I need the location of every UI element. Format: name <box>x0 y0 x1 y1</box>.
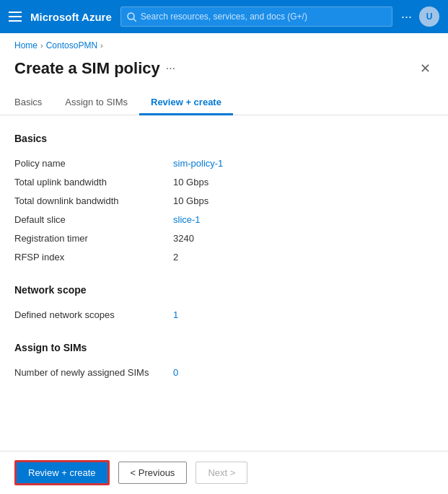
section-assign-sims: Assign to SIMs Number of newly assigned … <box>14 342 434 382</box>
rfsp-value: 2 <box>173 252 178 263</box>
downlink-label: Total downlink bandwidth <box>14 195 173 206</box>
table-row: Registration timer 3240 <box>14 229 434 248</box>
defined-network-label: Defined network scopes <box>14 309 173 320</box>
tab-assign-to-sims[interactable]: Assign to SIMs <box>53 91 139 115</box>
svg-rect-2 <box>9 20 22 22</box>
next-button[interactable]: Next > <box>196 462 247 484</box>
table-row: RFSP index 2 <box>14 248 434 267</box>
section-basics: Basics Policy name sim-policy-1 Total up… <box>14 133 434 267</box>
table-row: Total uplink bandwidth 10 Gbps <box>14 173 434 192</box>
svg-rect-1 <box>9 16 22 17</box>
table-row: Number of newly assigned SIMs 0 <box>14 363 434 382</box>
default-slice-label: Default slice <box>14 214 173 225</box>
breadcrumb: Home › ContosoPMN › <box>0 33 448 55</box>
page-title-menu-icon[interactable]: ··· <box>166 62 175 75</box>
search-input[interactable] <box>141 12 386 22</box>
uplink-value: 10 Gbps <box>173 177 208 188</box>
registration-timer-value: 3240 <box>173 233 194 244</box>
page-header: Create a SIM policy ··· ✕ <box>0 55 448 79</box>
breadcrumb-home[interactable]: Home <box>14 40 38 50</box>
hamburger-icon[interactable] <box>9 12 22 22</box>
avatar[interactable]: U <box>419 6 439 27</box>
svg-line-4 <box>133 19 136 22</box>
section-network-scope: Network scope Defined network scopes 1 <box>14 284 434 325</box>
table-row: Policy name sim-policy-1 <box>14 154 434 173</box>
basics-table: Policy name sim-policy-1 Total uplink ba… <box>14 154 434 267</box>
network-scope-table: Defined network scopes 1 <box>14 306 434 325</box>
breadcrumb-sep-2: › <box>100 41 103 50</box>
table-row: Defined network scopes 1 <box>14 306 434 325</box>
policy-name-value[interactable]: sim-policy-1 <box>173 158 223 169</box>
section-basics-title: Basics <box>14 133 434 144</box>
table-row: Default slice slice-1 <box>14 211 434 229</box>
review-create-button[interactable]: Review + create <box>14 460 110 485</box>
default-slice-value[interactable]: slice-1 <box>173 214 201 225</box>
newly-assigned-label: Number of newly assigned SIMs <box>14 367 173 378</box>
svg-rect-0 <box>9 12 22 13</box>
footer-bar: Review + create < Previous Next > <box>0 451 448 494</box>
search-icon <box>127 12 136 22</box>
uplink-label: Total uplink bandwidth <box>14 177 173 188</box>
table-row: Total downlink bandwidth 10 Gbps <box>14 192 434 211</box>
downlink-value: 10 Gbps <box>173 195 208 206</box>
defined-network-value[interactable]: 1 <box>173 309 178 320</box>
azure-logo: Microsoft Azure <box>30 11 112 23</box>
section-assign-sims-title: Assign to SIMs <box>14 342 434 353</box>
main-container: Home › ContosoPMN › Create a SIM policy … <box>0 33 448 494</box>
page-title: Create a SIM policy <box>14 59 160 78</box>
registration-timer-label: Registration timer <box>14 233 173 244</box>
topbar: Microsoft Azure ··· U <box>0 0 448 33</box>
breadcrumb-sep-1: › <box>40 41 43 50</box>
tab-basics[interactable]: Basics <box>14 91 53 115</box>
search-bar[interactable] <box>120 6 392 27</box>
policy-name-label: Policy name <box>14 158 173 169</box>
page-title-row: Create a SIM policy ··· <box>14 59 175 78</box>
rfsp-label: RFSP index <box>14 252 173 263</box>
tab-review-create[interactable]: Review + create <box>139 91 233 115</box>
assign-sims-table: Number of newly assigned SIMs 0 <box>14 363 434 382</box>
newly-assigned-value[interactable]: 0 <box>173 367 178 378</box>
previous-button[interactable]: < Previous <box>118 462 188 484</box>
breadcrumb-contoso[interactable]: ContosoPMN <box>46 40 97 50</box>
tabs: Basics Assign to SIMs Review + create <box>0 79 448 115</box>
topbar-more-icon[interactable]: ··· <box>401 9 412 25</box>
topbar-right: ··· U <box>401 6 439 27</box>
content-area: Basics Policy name sim-policy-1 Total up… <box>0 115 448 457</box>
svg-point-3 <box>128 13 134 19</box>
close-button[interactable]: ✕ <box>417 58 434 79</box>
section-network-scope-title: Network scope <box>14 284 434 296</box>
